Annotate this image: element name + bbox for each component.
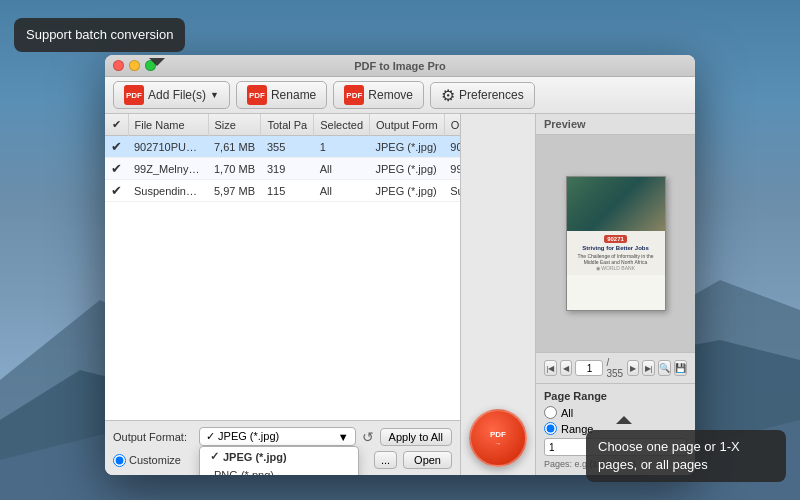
preview-thumbnail: 90271 Striving for Better Jobs The Chall… [566,176,666,311]
row-size: 5,97 MB [208,180,261,202]
customize-radio-label[interactable]: Customize [113,454,181,467]
table-row[interactable]: ✔ 902710PUB0Box30se... 7,61 MB 355 1 JPE… [105,136,460,158]
preferences-button[interactable]: ⚙ Preferences [430,82,535,109]
row-total: 355 [261,136,314,158]
row-filename: 99Z_Melnyk_2014-Fil... [128,158,208,180]
refresh-icon[interactable]: ↺ [362,429,374,445]
last-page-button[interactable]: ▶| [642,360,655,376]
row-total: 115 [261,180,314,202]
table-row[interactable]: ✔ Suspending-Suspicio... 5,97 MB 115 All… [105,180,460,202]
output-format-row: Output Format: ✓ JPEG (*.jpg) ▼ ✓ JPEG (… [113,427,452,446]
file-table: ✔ File Name Size Total Pa Selected Outpu… [105,114,460,420]
col-total: Total Pa [261,114,314,136]
add-files-button[interactable]: PDF Add File(s) ▼ [113,81,230,109]
page-navigation: |◀ ◀ / 355 ▶ ▶| 🔍 💾 [536,352,695,383]
toolbar: PDF Add File(s) ▼ PDF Rename PDF Remove … [105,77,695,114]
row-output: 902710PUB0Box30see0als... [444,136,460,158]
tooltip2-text: Choose one page or 1-X pages, or all pag… [598,439,740,472]
prev-page-button[interactable]: ◀ [560,360,573,376]
add-files-label: Add File(s) [148,88,206,102]
format-dropdown-arrow: ▼ [338,431,349,443]
book-cover-image [567,177,665,231]
next-page-button[interactable]: ▶ [627,360,640,376]
browse-button[interactable]: ... [374,451,397,469]
row-checkbox[interactable]: ✔ [105,158,128,180]
row-format: JPEG (*.jpg) [370,158,445,180]
book-cover-placeholder [567,177,665,231]
format-select[interactable]: ✓ JPEG (*.jpg) ▼ [199,427,356,446]
add-files-icon: PDF [124,85,144,105]
format-select-container: ✓ JPEG (*.jpg) ▼ ✓ JPEG (*.jpg) PNG (*.p… [199,427,356,446]
zoom-in-button[interactable]: 🔍 [658,360,671,376]
col-selected: Selected [314,114,370,136]
save-preview-button[interactable]: 💾 [674,360,687,376]
row-checkbox[interactable]: ✔ [105,136,128,158]
rename-button[interactable]: PDF Rename [236,81,327,109]
convert-arrow-icon: → [490,440,506,447]
remove-icon: PDF [344,85,364,105]
col-filename: File Name [128,114,208,136]
batch-conversion-tooltip: Support batch conversion [14,18,185,52]
preview-panel: Preview 90271 Striving for Better Jobs T… [535,114,695,475]
col-format: Output Form [370,114,445,136]
rename-label: Rename [271,88,316,102]
remove-label: Remove [368,88,413,102]
app-window: PDF to Image Pro PDF Add File(s) ▼ PDF R… [105,55,695,475]
book-cover-text-area: 90271 Striving for Better Jobs The Chall… [567,231,665,275]
all-pages-radio[interactable] [544,406,557,419]
preferences-icon: ⚙ [441,86,455,105]
book-logo: ◉ WORLD BANK [596,265,635,271]
bottom-controls: Output Format: ✓ JPEG (*.jpg) ▼ ✓ JPEG (… [105,420,460,475]
customize-label-text: Customize [129,454,181,466]
page-range-title: Page Range [544,390,687,402]
all-pages-label[interactable]: All [561,407,573,419]
remove-button[interactable]: PDF Remove [333,81,424,109]
row-output: Suspending-Suspicious-Tr... [444,180,460,202]
row-output: 99Z_Melnyk_2014-Film_an... [444,158,460,180]
convert-button-area: PDF → [460,114,535,475]
preferences-label: Preferences [459,88,524,102]
table-row[interactable]: ✔ 99Z_Melnyk_2014-Fil... 1,70 MB 319 All… [105,158,460,180]
page-range-tooltip: Choose one page or 1-X pages, or all pag… [586,430,786,482]
format-dropdown: ✓ JPEG (*.jpg) PNG (*.png) GIF (*.gif) B… [199,446,359,475]
first-page-button[interactable]: |◀ [544,360,557,376]
minimize-button[interactable] [129,60,140,71]
row-checkbox[interactable]: ✔ [105,180,128,202]
row-total: 319 [261,158,314,180]
book-title: Striving for Better Jobs [582,245,649,252]
close-button[interactable] [113,60,124,71]
row-format: JPEG (*.jpg) [370,180,445,202]
page-number-input[interactable] [575,360,603,376]
convert-button[interactable]: PDF → [469,409,527,467]
row-filename: Suspending-Suspicio... [128,180,208,202]
rename-icon: PDF [247,85,267,105]
main-content: ✔ File Name Size Total Pa Selected Outpu… [105,114,695,475]
col-checkbox: ✔ [105,114,128,136]
col-output: Output Name [444,114,460,136]
row-format: JPEG (*.jpg) [370,136,445,158]
file-list-area: ✔ File Name Size Total Pa Selected Outpu… [105,114,460,475]
row-selected: 1 [314,136,370,158]
apply-all-button[interactable]: Apply to All [380,428,452,446]
row-size: 7,61 MB [208,136,261,158]
page-total: / 355 [606,357,623,379]
tooltip1-text: Support batch conversion [26,27,173,42]
format-selected-text: ✓ JPEG (*.jpg) [206,430,279,443]
book-subtitle: The Challenge of Informality in the Midd… [571,253,661,265]
dropdown-arrow-icon: ▼ [210,90,219,100]
output-format-label: Output Format: [113,431,193,443]
preview-image-area: 90271 Striving for Better Jobs The Chall… [536,135,695,352]
open-button[interactable]: Open [403,451,452,469]
preview-label: Preview [536,114,695,135]
convert-icon-text: PDF [490,430,506,439]
title-bar: PDF to Image Pro [105,55,695,77]
col-size: Size [208,114,261,136]
checkmark-icon: ✓ [210,450,219,463]
row-size: 1,70 MB [208,158,261,180]
format-option[interactable]: ✓ JPEG (*.jpg) [200,447,358,466]
range-radio[interactable] [544,422,557,435]
customize-radio[interactable] [113,454,126,467]
row-filename: 902710PUB0Box30se... [128,136,208,158]
format-option[interactable]: PNG (*.png) [200,466,358,475]
book-badge: 90271 [604,235,627,243]
